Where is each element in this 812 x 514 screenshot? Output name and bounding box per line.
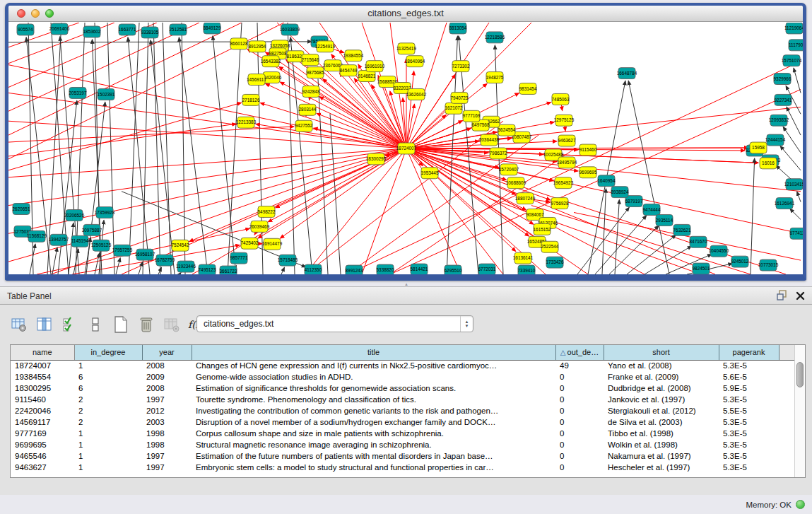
network-edge-black[interactable] <box>751 158 755 274</box>
table-cell[interactable]: 2008 <box>142 360 192 371</box>
network-edge-black[interactable] <box>139 262 143 274</box>
network-edge-red[interactable] <box>276 148 406 208</box>
network-edge-black[interactable] <box>151 40 175 274</box>
table-settings-button[interactable] <box>10 315 28 334</box>
network-edge-red[interactable] <box>362 148 406 274</box>
table-cell[interactable]: Nakamura et al. (1997) <box>604 450 719 462</box>
table-cell[interactable]: 0 <box>555 439 604 450</box>
delete-column-button[interactable] <box>137 315 155 334</box>
network-edge-black[interactable] <box>180 273 181 274</box>
table-cell[interactable]: Genome-wide association studies in ADHD. <box>192 371 555 382</box>
table-row[interactable]: 911546021997Tourette syndrome. Phenomeno… <box>11 394 795 405</box>
table-row[interactable]: 2242004622012Investigating the contribut… <box>11 405 795 416</box>
table-cell[interactable]: 2008 <box>142 382 192 394</box>
network-edge-red[interactable] <box>406 148 503 274</box>
table-cell[interactable]: Changes of HCN gene expression and I(f) … <box>192 360 555 371</box>
table-cell[interactable]: 1 <box>74 450 142 462</box>
table-cell[interactable]: 5.9E-5 <box>719 382 779 394</box>
table-cell[interactable]: 5.3E-5 <box>719 394 779 405</box>
network-edge-red[interactable] <box>8 103 242 170</box>
network-edge-black[interactable] <box>794 68 801 93</box>
table-cell[interactable]: Tourette syndrome. Phenomenology and cla… <box>192 394 555 405</box>
network-edge-black[interactable] <box>790 209 801 219</box>
new-column-button[interactable] <box>112 315 130 334</box>
network-edge-red[interactable] <box>305 148 406 274</box>
network-canvas[interactable]: 9055742069140618536021663771933810525125… <box>8 23 803 274</box>
column-header-out_de[interactable]: △out_de… <box>555 345 604 360</box>
table-cell[interactable]: 2 <box>74 394 142 405</box>
network-edge-black[interactable] <box>143 23 148 274</box>
table-cell[interactable]: 1 <box>74 462 142 473</box>
network-edge-red[interactable] <box>574 212 801 260</box>
network-graph[interactable]: 9055742069140618536021663771933810525125… <box>8 23 803 274</box>
table-cell[interactable]: Dudbridge et al. (2008) <box>604 382 719 394</box>
table-cell[interactable]: Wolkin et al. (1998) <box>604 439 719 450</box>
network-edge-black[interactable] <box>281 267 284 274</box>
table-selector-dropdown[interactable]: citations_edges.txt ▲▼ <box>196 315 473 332</box>
window-titlebar[interactable]: citations_edges.txt <box>8 6 803 22</box>
column-header-title[interactable]: title <box>192 345 555 360</box>
table-cell[interactable]: 0 <box>555 405 604 416</box>
table-cell[interactable]: 1997 <box>142 462 192 473</box>
table-row[interactable]: 1830029562008Estimation of significance … <box>11 382 795 394</box>
table-cell[interactable]: 14569117 <box>11 416 74 428</box>
column-header-name[interactable]: name <box>11 345 74 360</box>
network-edge-black[interactable] <box>95 253 100 274</box>
table-cell[interactable]: Structural magnetic resonance image aver… <box>192 439 555 450</box>
table-cell[interactable]: 19384554 <box>11 371 74 382</box>
network-edge-black[interactable] <box>158 267 161 274</box>
table-cell[interactable]: Jankovic et al. (1997) <box>604 394 719 405</box>
network-edge-red[interactable] <box>8 148 406 206</box>
table-cell[interactable]: 1998 <box>142 428 192 439</box>
network-edge-black[interactable] <box>615 200 619 274</box>
network-edge-red[interactable] <box>390 149 574 274</box>
table-cell[interactable]: Embryonic stem cells: a model to study s… <box>192 462 555 473</box>
float-panel-icon[interactable] <box>777 290 787 303</box>
table-cell[interactable]: 9465546 <box>11 450 74 462</box>
network-edge-black[interactable] <box>163 23 171 274</box>
table-cell[interactable]: 5.3E-5 <box>719 428 779 439</box>
table-cell[interactable]: 5.5E-5 <box>719 405 779 416</box>
table-cell[interactable]: Hescheler et al. (1997) <box>604 462 719 473</box>
table-cell[interactable]: 1997 <box>142 450 192 462</box>
table-cell[interactable]: 6 <box>74 382 142 394</box>
network-edge-black[interactable] <box>8 42 312 42</box>
table-cell[interactable]: Tibbo et al. (1998) <box>604 428 719 439</box>
table-row[interactable]: 977716911998Corpus callosum shape and si… <box>11 428 795 439</box>
select-columns-button[interactable] <box>61 315 79 334</box>
network-edge-black[interactable] <box>330 114 341 274</box>
network-edge-black[interactable] <box>577 207 629 274</box>
table-cell[interactable]: 1 <box>74 360 142 371</box>
network-edge-black[interactable] <box>780 146 801 170</box>
network-edge-black[interactable] <box>128 37 150 274</box>
table-cell[interactable]: 5.3E-5 <box>719 360 779 371</box>
table-row[interactable]: 969969511998Structural magnetic resonanc… <box>11 439 795 450</box>
table-cell[interactable]: 9115460 <box>11 394 74 405</box>
network-edge-black[interactable] <box>213 36 236 274</box>
table-row[interactable]: 1872400712008Changes of HCN gene express… <box>11 360 795 371</box>
table-cell[interactable]: 22420046 <box>11 405 74 416</box>
table-cell[interactable]: 1997 <box>142 394 192 405</box>
column-header-in_degree[interactable]: in_degree <box>74 345 142 360</box>
network-edge[interactable] <box>406 148 748 148</box>
table-row[interactable]: 946362711997Embryonic stem cells: a mode… <box>11 462 795 473</box>
table-cell[interactable]: 2009 <box>142 371 192 382</box>
column-header-pagerank[interactable]: pagerank <box>719 345 779 360</box>
table-row[interactable]: 1938455462009Genome-wide association stu… <box>11 371 795 382</box>
network-edge-red[interactable] <box>390 89 801 274</box>
network-edge-black[interactable] <box>797 192 801 202</box>
table-cell[interactable]: 1 <box>74 439 142 450</box>
network-edge-red[interactable] <box>8 148 406 262</box>
table-cell[interactable]: 2012 <box>142 405 192 416</box>
table-cell[interactable]: 5.3E-5 <box>719 450 779 462</box>
table-cell[interactable]: 0 <box>555 382 604 394</box>
table-cell[interactable]: 5.3E-5 <box>719 462 779 473</box>
table-cell[interactable]: 0 <box>555 462 604 473</box>
network-edge-red[interactable] <box>319 97 406 148</box>
table-row[interactable]: 946554611997Estimation of the future num… <box>11 450 795 462</box>
column-header-short[interactable]: short <box>604 345 719 360</box>
table-cell[interactable]: Stergiakouli et al. (2012) <box>604 405 719 416</box>
network-edge-black[interactable] <box>107 23 114 274</box>
table-cell[interactable]: 5.3E-5 <box>719 439 779 450</box>
table-cell[interactable]: Investigating the contribution of common… <box>192 405 555 416</box>
